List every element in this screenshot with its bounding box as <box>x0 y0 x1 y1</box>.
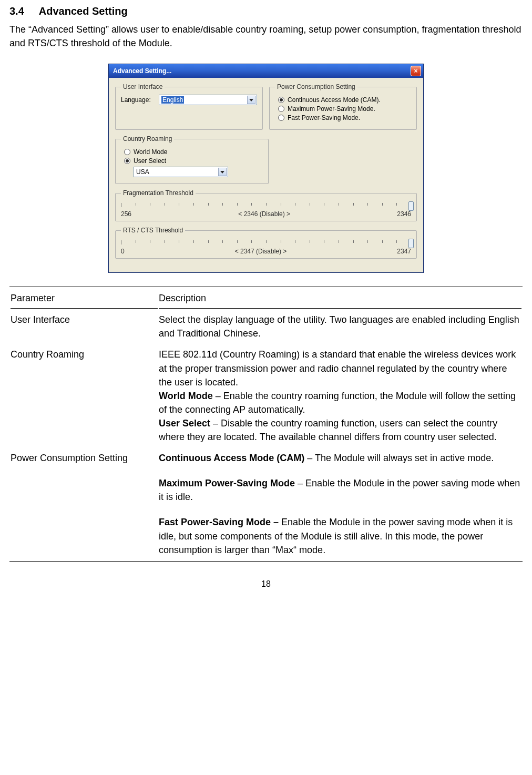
page-number: 18 <box>9 579 523 589</box>
close-button[interactable]: × <box>411 66 421 76</box>
table-header-row: Parameter Description <box>11 288 521 309</box>
user-select-bold: User Select <box>159 418 210 429</box>
roaming-opt-user-label: User Select <box>134 157 166 165</box>
param-country-roaming: Country Roaming <box>11 344 158 447</box>
power-opt-max[interactable]: Maximum Power-Saving Mode. <box>278 105 411 113</box>
world-mode-text: – Enable the country roaming function, t… <box>159 391 516 415</box>
desc-fast: Fast Power-Saving Mode – Enable the Modu… <box>159 515 521 556</box>
roaming-intro: IEEE 802.11d (Country Roaming) is a stan… <box>159 349 516 387</box>
section-heading: 3.4Advanced Setting <box>9 5 523 17</box>
country-value: USA <box>136 168 149 176</box>
frag-slider-thumb[interactable] <box>408 201 414 211</box>
power-opt-cam-label: Continuous Access Mode (CAM). <box>288 96 381 104</box>
power-opt-fast[interactable]: Fast Power-Saving Mode. <box>278 114 411 121</box>
close-icon: × <box>414 67 417 75</box>
radio-icon <box>278 106 284 112</box>
header-description: Description <box>159 288 521 309</box>
power-legend: Power Consumption Setting <box>275 83 357 90</box>
desc-country-roaming: IEEE 802.11d (Country Roaming) is a stan… <box>159 348 521 444</box>
param-user-interface: User Interface <box>11 310 158 343</box>
table-row: Country Roaming IEEE 802.11d (Country Ro… <box>11 344 521 447</box>
country-combo[interactable]: USA <box>134 167 228 177</box>
roaming-opt-user[interactable]: User Select <box>124 157 263 165</box>
frag-value: < 2346 (Disable) > <box>131 210 397 218</box>
power-consumption-group: Power Consumption Setting Continuous Acc… <box>269 83 417 130</box>
radio-icon <box>124 149 130 155</box>
header-parameter: Parameter <box>11 288 158 309</box>
rts-max: 2347 <box>397 248 411 255</box>
section-number: 3.4 <box>9 5 24 17</box>
language-label: Language: <box>121 96 154 104</box>
frag-legend: Fragmentation Threshold <box>121 189 196 197</box>
frag-max: 2346 <box>397 210 411 218</box>
table-row: User Interface Select the display langua… <box>11 310 521 343</box>
rts-legend: RTS / CTS Threshold <box>121 227 185 234</box>
desc-user-interface: Select the display language of the utili… <box>159 313 521 340</box>
rts-min: 0 <box>121 248 125 255</box>
country-roaming-group: Country Roaming World Mode User Select U… <box>115 135 269 184</box>
power-opt-fast-label: Fast Power-Saving Mode. <box>288 114 360 121</box>
param-power: Power Consumption Setting <box>11 448 158 560</box>
section-title: Advanced Setting <box>39 5 128 17</box>
radio-icon <box>124 158 130 164</box>
power-opt-cam[interactable]: Continuous Access Mode (CAM). <box>278 96 411 104</box>
rts-slider-thumb[interactable] <box>408 239 414 248</box>
frag-slider[interactable] <box>121 203 411 209</box>
desc-cam: Continuous Access Mode (CAM) – The Modul… <box>159 451 521 465</box>
language-combo[interactable]: English <box>159 95 257 105</box>
dialog-titlebar: Advanced Setting... × <box>109 64 423 78</box>
section-intro: The “Advanced Setting” allows user to en… <box>9 23 523 50</box>
rts-value: < 2347 (Disable) > <box>125 248 397 255</box>
world-mode-bold: World Mode <box>159 391 213 401</box>
cam-bold: Continuous Access Mode (CAM) <box>159 453 304 463</box>
chevron-down-icon <box>249 99 253 101</box>
power-opt-max-label: Maximum Power-Saving Mode. <box>288 105 375 113</box>
rts-group: RTS / CTS Threshold 0 <box>115 227 417 259</box>
language-value: English <box>161 96 184 104</box>
roaming-opt-world-label: World Mode <box>134 148 167 156</box>
parameter-table: Parameter Description User Interface Sel… <box>9 287 523 562</box>
chevron-down-icon <box>220 171 224 174</box>
fragmentation-group: Fragmentation Threshold 256 <box>115 189 417 221</box>
radio-icon <box>278 97 284 103</box>
frag-min: 256 <box>121 210 131 218</box>
desc-max: Maximum Power-Saving Mode – Enable the M… <box>159 476 521 504</box>
fast-bold: Fast Power-Saving Mode – <box>159 517 281 527</box>
roaming-legend: Country Roaming <box>121 135 174 142</box>
dialog-title: Advanced Setting... <box>113 67 171 75</box>
rts-slider[interactable] <box>121 240 411 247</box>
advanced-setting-dialog: Advanced Setting... × User Interface Lan… <box>108 64 424 273</box>
user-interface-group: User Interface Language: English <box>115 83 263 130</box>
radio-icon <box>278 115 284 121</box>
combo-dropdown-button[interactable] <box>247 96 255 104</box>
cam-text: – The Module will always set in active m… <box>304 453 494 463</box>
table-row: Power Consumption Setting Continuous Acc… <box>11 448 521 560</box>
user-interface-legend: User Interface <box>121 83 165 90</box>
max-bold: Maximum Power-Saving Mode <box>159 478 295 488</box>
roaming-opt-world[interactable]: World Mode <box>124 148 263 156</box>
combo-dropdown-button[interactable] <box>218 168 227 176</box>
